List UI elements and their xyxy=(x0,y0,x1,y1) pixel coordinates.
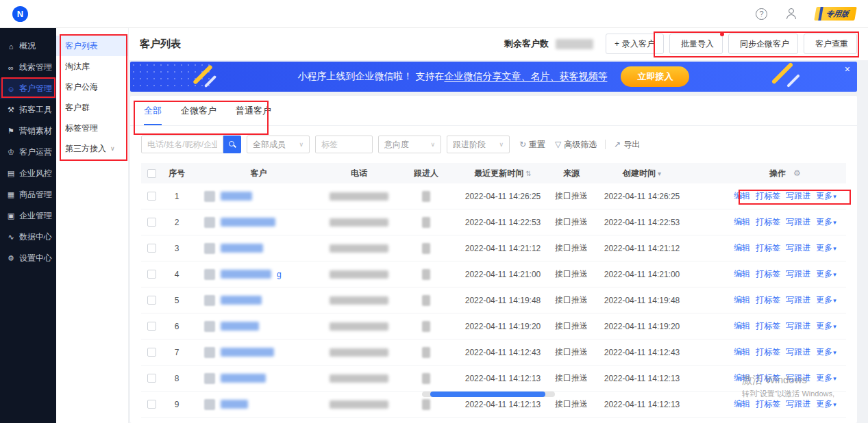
sidebar-item[interactable]: ⚒ 拓客工具 xyxy=(0,99,56,120)
sidebar-item[interactable]: ∿ 数据中心 xyxy=(0,227,56,248)
sidebar-item[interactable]: ▦ 商品管理 xyxy=(0,184,56,205)
tag-link[interactable]: 打标签 xyxy=(756,346,780,358)
tag-link[interactable]: 打标签 xyxy=(756,242,780,254)
row-checkbox[interactable] xyxy=(147,322,156,331)
submenu-item[interactable]: 第三方接入 ∨ xyxy=(56,138,128,159)
edit-link[interactable]: 编辑 xyxy=(734,268,750,280)
intent-select[interactable]: 意向度 ∨ xyxy=(378,136,441,153)
advanced-filter-button[interactable]: ▽ 高级筛选 xyxy=(555,139,597,151)
customer-name-redacted[interactable] xyxy=(221,374,266,383)
search-button[interactable] xyxy=(223,136,241,153)
more-link[interactable]: 更多 ▾ xyxy=(816,320,836,332)
follow-up-link[interactable]: 写跟进 xyxy=(786,190,810,202)
row-checkbox[interactable] xyxy=(147,218,156,227)
row-checkbox[interactable] xyxy=(147,348,156,357)
app-logo[interactable]: N xyxy=(12,6,28,22)
header-button[interactable]: 批量导入 xyxy=(669,34,723,54)
stage-select[interactable]: 跟进阶段 ∨ xyxy=(447,136,510,153)
row-checkbox[interactable] xyxy=(147,244,156,253)
edit-link[interactable]: 编辑 xyxy=(734,190,750,202)
follow-up-link[interactable]: 写跟进 xyxy=(786,268,810,280)
follow-up-link[interactable]: 写跟进 xyxy=(786,294,810,306)
follow-up-link[interactable]: 写跟进 xyxy=(786,346,810,358)
sort-both-icon[interactable]: ⇅ xyxy=(525,170,531,177)
tag-link[interactable]: 打标签 xyxy=(756,398,780,410)
tag-link[interactable]: 打标签 xyxy=(756,372,780,384)
submenu-item[interactable]: 客户群 xyxy=(56,97,128,118)
customer-name-redacted[interactable] xyxy=(221,296,262,305)
tag-link[interactable]: 打标签 xyxy=(756,216,780,228)
sidebar-item[interactable]: ☺ 客户管理 xyxy=(0,78,56,99)
row-checkbox[interactable] xyxy=(147,400,156,409)
more-link[interactable]: 更多 ▾ xyxy=(816,372,836,384)
more-link[interactable]: 更多 ▾ xyxy=(816,216,836,228)
edit-link[interactable]: 编辑 xyxy=(734,398,750,410)
tag-link[interactable]: 打标签 xyxy=(756,190,780,202)
col-updated[interactable]: 最近更新时间 ⇅ xyxy=(460,168,546,179)
customer-name-redacted[interactable] xyxy=(221,218,275,227)
export-button[interactable]: ↗ 导出 xyxy=(614,139,640,151)
tag-link[interactable]: 打标签 xyxy=(756,320,780,332)
banner-cta-button[interactable]: 立即接入 xyxy=(621,66,689,87)
customer-name-redacted[interactable] xyxy=(221,348,274,357)
tab[interactable]: 全部 xyxy=(144,96,162,125)
sidebar-item[interactable]: ⚙ 设置中心 xyxy=(0,248,56,269)
more-link[interactable]: 更多 ▾ xyxy=(816,190,836,202)
select-all-checkbox[interactable] xyxy=(147,169,156,178)
member-select[interactable]: 全部成员 ∨ xyxy=(247,136,310,153)
edit-link[interactable]: 编辑 xyxy=(734,372,750,384)
sidebar-item[interactable]: ⚑ 营销素材 xyxy=(0,120,56,142)
sidebar-item[interactable]: ∞ 线索管理 xyxy=(0,57,56,78)
follow-up-link[interactable]: 写跟进 xyxy=(786,398,810,410)
edit-link[interactable]: 编辑 xyxy=(734,294,750,306)
sidebar-item[interactable]: ▤ 企业风控 xyxy=(0,163,56,184)
tag-link[interactable]: 打标签 xyxy=(756,294,780,306)
edit-link[interactable]: 编辑 xyxy=(734,320,750,332)
gear-icon[interactable]: ⚙ xyxy=(793,168,801,178)
user-icon[interactable] xyxy=(785,8,797,19)
horizontal-scrollbar[interactable] xyxy=(422,392,555,397)
sidebar-item[interactable]: ♔ 客户运营 xyxy=(0,142,56,163)
banner-text-link[interactable]: 企业微信分享文章、名片、获客视频等 xyxy=(444,70,607,81)
customer-name-redacted[interactable] xyxy=(221,270,271,279)
row-checkbox[interactable] xyxy=(147,270,156,279)
more-link[interactable]: 更多 ▾ xyxy=(816,398,836,410)
sidebar-item[interactable]: ▣ 企业管理 xyxy=(0,205,56,227)
row-checkbox[interactable] xyxy=(147,374,156,383)
follow-up-link[interactable]: 写跟进 xyxy=(786,372,810,384)
tag-input[interactable] xyxy=(315,136,373,153)
more-link[interactable]: 更多 ▾ xyxy=(816,242,836,254)
close-icon[interactable]: × xyxy=(845,64,850,74)
row-checkbox[interactable] xyxy=(147,296,156,305)
follow-up-link[interactable]: 写跟进 xyxy=(786,320,810,332)
tag-link[interactable]: 打标签 xyxy=(756,268,780,280)
sort-desc-icon[interactable]: ▾ xyxy=(658,170,661,177)
customer-name-redacted[interactable] xyxy=(221,244,263,253)
sidebar-item[interactable]: ⌂ 概况 xyxy=(0,36,56,57)
customer-name-redacted[interactable] xyxy=(221,400,248,409)
edit-link[interactable]: 编辑 xyxy=(734,242,750,254)
submenu-item[interactable]: 标签管理 xyxy=(56,118,128,138)
follow-up-link[interactable]: 写跟进 xyxy=(786,216,810,228)
header-button[interactable]: 同步企微客户 xyxy=(728,34,798,54)
search-input[interactable] xyxy=(141,136,223,153)
more-link[interactable]: 更多 ▾ xyxy=(816,346,836,358)
row-checkbox[interactable] xyxy=(147,192,156,201)
tab[interactable]: 普通客户 xyxy=(236,96,271,125)
follow-up-link[interactable]: 写跟进 xyxy=(786,242,810,254)
tab[interactable]: 企微客户 xyxy=(181,96,216,125)
header-button[interactable]: 客户查重 xyxy=(804,34,857,54)
submenu-item[interactable]: 客户公海 xyxy=(56,77,128,97)
customer-name-redacted[interactable] xyxy=(221,192,252,201)
more-link[interactable]: 更多 ▾ xyxy=(816,268,836,280)
reset-button[interactable]: ↻ 重置 xyxy=(519,139,545,151)
submenu-item[interactable]: 客户列表 xyxy=(56,36,128,56)
header-button[interactable]: + 录入客户 xyxy=(606,34,664,54)
customer-name-redacted[interactable] xyxy=(221,322,259,331)
help-icon[interactable]: ? xyxy=(756,8,767,20)
scrollbar-thumb[interactable] xyxy=(430,392,545,397)
submenu-item[interactable]: 淘汰库 xyxy=(56,56,128,77)
edit-link[interactable]: 编辑 xyxy=(734,216,750,228)
edit-link[interactable]: 编辑 xyxy=(734,346,750,358)
col-created[interactable]: 创建时间 ▾ xyxy=(597,168,687,179)
